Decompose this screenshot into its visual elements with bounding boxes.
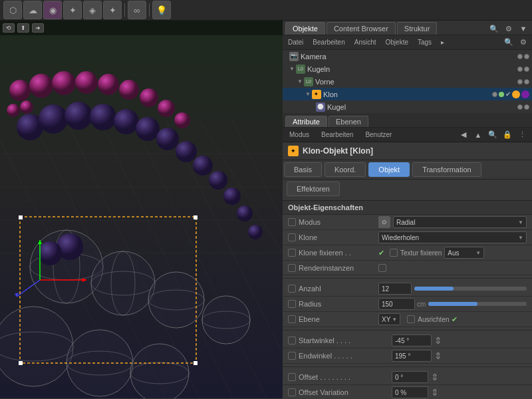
attr-back-icon[interactable]: ◀ <box>458 129 469 141</box>
prop-row-modus: Modus ⊙ Radial ▼ <box>283 215 532 230</box>
vorne-label: Vorne <box>315 78 334 86</box>
obj-tab-koord[interactable]: Koord. <box>325 162 366 177</box>
startwinkel-check[interactable] <box>288 336 296 344</box>
renderinst-checkbox[interactable] <box>378 264 386 272</box>
main-toolbar: ⬡ ☁ ◉ ✦ ◈ ✦ ∞ 💡 <box>0 0 532 21</box>
toolbar-btn-2[interactable]: ☁ <box>23 1 42 19</box>
offset-stepper[interactable]: ⇕ <box>431 372 439 382</box>
tree-search-icon[interactable]: 🔍 <box>503 37 515 49</box>
attr-more-icon[interactable]: ⋮ <box>516 129 528 141</box>
prop-row-radius: Radius 150 cm <box>283 297 532 312</box>
startwinkel-stepper[interactable]: ⇕ <box>434 335 442 346</box>
toolbar-btn-6[interactable]: ✦ <box>103 1 122 19</box>
texturfix-dropdown[interactable]: Aus ▼ <box>444 247 484 259</box>
toolbar-btn-1[interactable]: ⬡ <box>3 1 22 19</box>
klone-check[interactable] <box>288 233 296 241</box>
vp-up-btn[interactable]: ⬆ <box>17 23 29 33</box>
attr-panel[interactable]: ✦ Klon-Objekt [Klon] Basis Koord. Objekt… <box>283 142 532 399</box>
modus-label: Modus <box>299 218 378 226</box>
offsetvar-check[interactable] <box>288 388 296 396</box>
svg-point-52 <box>0 307 73 386</box>
klonefix-check[interactable] <box>288 249 296 257</box>
radius-slider[interactable] <box>428 302 527 306</box>
radius-input[interactable]: 150 <box>378 298 415 310</box>
attr-search-icon[interactable]: 🔍 <box>487 129 499 141</box>
obj-tab-transformation[interactable]: Transformation <box>412 162 481 177</box>
startwinkel-input[interactable]: -45 ° <box>392 334 432 346</box>
ebene-check[interactable] <box>288 315 296 323</box>
menu-bearbeiten[interactable]: Bearbeiten <box>310 38 347 47</box>
tree-item-kamera[interactable]: 📷 Kamera <box>283 50 532 63</box>
renderinst-check[interactable] <box>288 264 296 272</box>
obj-tab-basis[interactable]: Basis <box>284 162 322 177</box>
anzahl-label: Anzahl <box>299 285 378 293</box>
offsetvar-input[interactable]: 0 % <box>392 386 428 398</box>
tab-objekte[interactable]: Objekte <box>285 22 325 35</box>
offset-check[interactable] <box>288 373 296 381</box>
prop-row-renderinstanzen: Renderinstanzen <box>283 261 532 275</box>
menu-objekte[interactable]: Objekte <box>383 38 411 47</box>
viewport[interactable]: ⟲ ⬆ ➜ <box>0 21 283 398</box>
ausrichten-check[interactable] <box>407 315 415 323</box>
obj-tab-objekt[interactable]: Objekt <box>368 162 410 177</box>
texturfix-check[interactable] <box>390 249 398 257</box>
anzahl-slider[interactable] <box>414 287 527 291</box>
klon-orange-dot <box>512 90 520 98</box>
toolbar-btn-7[interactable]: ∞ <box>128 1 146 19</box>
dot1 <box>517 104 523 110</box>
attr-sub-bar: Modus Bearbeiten Benutzer ◀ ▲ 🔍 🔒 ⋮ <box>283 128 532 142</box>
vp-move-btn[interactable]: ⟲ <box>3 23 15 33</box>
kugeln-icon: L0 <box>296 65 305 74</box>
attr-tab-attribute[interactable]: Attribute <box>285 116 327 127</box>
attr-menu-benutzer[interactable]: Benutzer <box>362 130 394 139</box>
kamera-label: Kamera <box>301 53 327 61</box>
modus-inline: ⊙ Radial ▼ <box>378 216 527 228</box>
tree-item-klon[interactable]: ▼ ✦ Klon ✔ <box>283 88 532 100</box>
toolbar-btn-4[interactable]: ✦ <box>63 1 82 19</box>
anzahl-check[interactable] <box>288 285 296 293</box>
attr-forward-icon[interactable]: ▲ <box>472 129 484 141</box>
toolbar-btn-3[interactable]: ◉ <box>43 1 62 19</box>
svg-point-25 <box>114 109 139 134</box>
offsetvar-stepper[interactable]: ⇕ <box>431 387 439 398</box>
settings-icon[interactable]: ⚙ <box>503 23 515 35</box>
vp-right-btn[interactable]: ➜ <box>32 23 44 33</box>
klone-dropdown[interactable]: Wiederholen ▼ <box>378 231 527 243</box>
endwinkel-check[interactable] <box>288 352 296 360</box>
attr-tab-ebenen[interactable]: Ebenen <box>329 116 368 127</box>
tree-item-vorne[interactable]: ▼ L0 Vorne <box>283 75 532 88</box>
menu-tags[interactable]: Tags <box>415 38 434 47</box>
toolbar-btn-5[interactable]: ◈ <box>83 1 102 19</box>
tree-item-kugel[interactable]: ⚪ Kugel <box>283 100 532 113</box>
klone-dropdown-arrow: ▼ <box>518 235 523 241</box>
radius-check[interactable] <box>288 300 296 308</box>
svg-point-28 <box>176 141 197 162</box>
toolbar-btn-8[interactable]: 💡 <box>152 1 171 19</box>
offset-input[interactable]: 0 ° <box>392 371 428 383</box>
endwinkel-input[interactable]: 195 ° <box>392 350 432 362</box>
attr-menu-bearbeiten[interactable]: Bearbeiten <box>319 130 356 139</box>
tab-content-browser[interactable]: Content Browser <box>327 22 396 35</box>
tree-gear-icon[interactable]: ⚙ <box>517 37 529 49</box>
attr-menu-modus[interactable]: Modus <box>287 130 312 139</box>
ebene-dropdown[interactable]: XY ▼ <box>378 313 400 325</box>
minimize-icon[interactable]: ▼ <box>517 23 529 35</box>
modus-dropdown[interactable]: Radial ▼ <box>393 216 527 228</box>
vorne-icon: L0 <box>304 77 313 86</box>
tab-struktur[interactable]: Struktur <box>397 22 438 35</box>
endwinkel-stepper[interactable]: ⇕ <box>434 350 442 361</box>
menu-more[interactable]: ▸ <box>438 38 447 47</box>
attr-lock-icon[interactable]: 🔒 <box>501 129 513 141</box>
dot2 <box>524 54 529 59</box>
modus-check[interactable] <box>288 218 296 226</box>
divider-1 <box>283 278 532 279</box>
obj-tab-effektoren[interactable]: Effektoren <box>287 182 340 196</box>
main-layout: ⬡ ☁ ◉ ✦ ◈ ✦ ∞ 💡 <box>0 0 532 399</box>
klon-arrow: ▼ <box>305 91 311 97</box>
search-icon[interactable]: 🔍 <box>488 23 500 35</box>
menu-ansicht[interactable]: Ansicht <box>352 38 379 47</box>
menu-datei[interactable]: Datei <box>285 38 306 47</box>
tree-item-kugeln[interactable]: ▼ L0 Kugeln <box>283 63 532 75</box>
tree-icons: 🔍 ⚙ <box>503 37 529 49</box>
anzahl-input[interactable]: 12 <box>378 283 412 295</box>
